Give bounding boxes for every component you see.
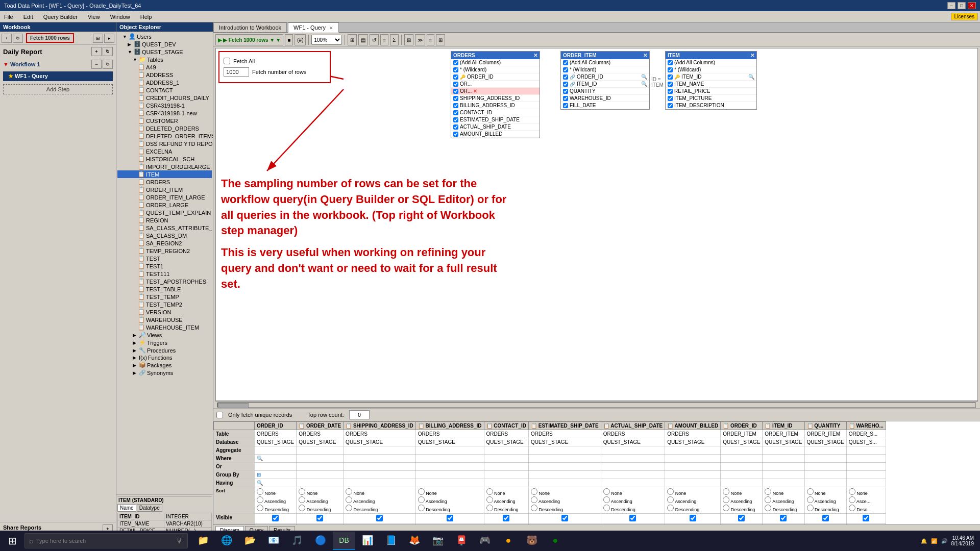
- maximize-btn[interactable]: □: [958, 2, 966, 9]
- orders-contact-id[interactable]: CONTACT_ID: [451, 109, 540, 116]
- filter-btn[interactable]: ⊞: [404, 34, 413, 45]
- tree-table-deleted-order-items[interactable]: 📋DELETED_ORDER_ITEMS: [117, 132, 212, 140]
- tree-table-import[interactable]: 📋IMPORT_ORDERLARGE: [117, 163, 212, 170]
- visible-3[interactable]: [447, 515, 453, 521]
- oi-fill-date[interactable]: FILL_DATE: [561, 102, 649, 109]
- tree-table-order-large[interactable]: 📋ORDER_LARGE: [117, 201, 212, 209]
- tree-packages[interactable]: ▶📦 Packages: [117, 361, 212, 369]
- item-item-name[interactable]: ITEM_NAME: [666, 81, 756, 88]
- tree-table-sa-region2[interactable]: 📋SA_REGION2: [117, 239, 212, 247]
- tree-table-csr1[interactable]: 📋CSR4319198-1: [117, 102, 212, 109]
- tree-table-sa-class-attr[interactable]: 📋SA_CLASS_ATTRIBUTE_: [117, 224, 212, 232]
- list-btn[interactable]: ≡: [427, 34, 435, 45]
- unique-records-checkbox[interactable]: [216, 412, 223, 418]
- tab-close-icon[interactable]: ✕: [329, 26, 333, 31]
- tree-table-address1[interactable]: 📋ADDRESS_1: [117, 79, 212, 86]
- tree-table-address[interactable]: 📋ADDRESS: [117, 71, 212, 79]
- taskbar-green[interactable]: ●: [544, 532, 567, 550]
- order-item-close-btn[interactable]: ✕: [643, 53, 647, 58]
- tree-table-test-apos[interactable]: 📋TEST_APOSTROPHES: [117, 278, 212, 285]
- add-report-btn[interactable]: +: [91, 47, 102, 56]
- minimize-btn[interactable]: –: [947, 2, 955, 9]
- horizontal-scrollbar[interactable]: [215, 401, 978, 408]
- visible-0[interactable]: [272, 515, 279, 521]
- grid-view-btn[interactable]: ⊞: [93, 34, 103, 43]
- oi-order-id[interactable]: 🔗ORDER_ID🔍: [561, 73, 649, 81]
- tab-intro[interactable]: Introduction to Workbook: [213, 22, 287, 32]
- visible-9[interactable]: [780, 515, 787, 521]
- add-step-button[interactable]: Add Step: [3, 84, 113, 94]
- explain-button[interactable]: (#): [295, 34, 306, 45]
- tree-table-test-table[interactable]: 📋TEST_TABLE: [117, 285, 212, 293]
- tree-table-contact[interactable]: 📋CONTACT: [117, 86, 212, 94]
- tree-table-test-temp[interactable]: 📋TEST_TEMP: [117, 293, 212, 300]
- taskbar-bear[interactable]: 🐻: [521, 532, 543, 550]
- oi-quantity[interactable]: QUANTITY: [561, 88, 649, 95]
- item-description[interactable]: ITEM_DESCRIPTION: [666, 102, 756, 109]
- menu-file[interactable]: File: [2, 13, 15, 21]
- visible-6[interactable]: [629, 515, 636, 521]
- taskbar-camera[interactable]: 📷: [427, 532, 449, 550]
- tab-wf1[interactable]: WF1 - Query ✕: [288, 22, 339, 33]
- tree-table-orders[interactable]: 📋ORDERS: [117, 178, 212, 186]
- close-btn[interactable]: ✕: [968, 2, 976, 9]
- zoom-select[interactable]: 100% 75% 125%: [311, 35, 342, 45]
- execute-button[interactable]: ▶ ▶ Fetch 1000 rows ▼ ▼: [215, 34, 283, 45]
- options-btn[interactable]: ▸: [104, 34, 114, 43]
- menu-view[interactable]: View: [86, 13, 102, 21]
- layout-btn[interactable]: ↺: [370, 34, 379, 45]
- oi-add-all[interactable]: (Add All Columns): [561, 59, 649, 66]
- oi-item-id[interactable]: 🔗ITEM_ID🔍: [561, 81, 649, 88]
- tree-table-customer[interactable]: 📋CUSTOMER: [117, 117, 212, 124]
- tree-table-item[interactable]: 📋ITEM: [117, 170, 212, 178]
- add-workflow-btn[interactable]: +: [2, 34, 12, 43]
- visible-8[interactable]: [738, 515, 745, 521]
- tree-procedures[interactable]: ▶🔧 Procedures: [117, 346, 212, 354]
- orders-amount-billed[interactable]: AMOUNT_BILLED: [451, 131, 540, 138]
- fetch-number-input[interactable]: [224, 67, 249, 77]
- visible-7[interactable]: [690, 515, 696, 521]
- item-close-btn[interactable]: ✕: [750, 53, 754, 58]
- refresh-btn[interactable]: ↻: [13, 34, 23, 43]
- taskbar-orange[interactable]: ●: [497, 532, 520, 550]
- tree-table-deleted-orders[interactable]: 📋DELETED_ORDERS: [117, 124, 212, 132]
- oi-warehouse-id[interactable]: WAREHOUSE_ID: [561, 95, 649, 102]
- query-grid[interactable]: ORDER_ID 📋 ORDER_DATE 📋 SHIPPING_ADDRESS…: [213, 421, 980, 524]
- orders-shipping-id[interactable]: SHIPPING_ADDRESS_ID: [451, 95, 540, 102]
- tree-functions[interactable]: ▶f(x) Functions: [117, 354, 212, 361]
- tree-table-a49[interactable]: 📋A49: [117, 63, 212, 71]
- notification-icon[interactable]: 🔔: [921, 538, 927, 544]
- item-picture[interactable]: ITEM_PICTURE: [666, 95, 756, 102]
- tree-item-quest-stage[interactable]: ▼ 🗄️ QUEST_STAGE: [117, 48, 212, 56]
- orders-wildcard[interactable]: * (Wildcard): [451, 66, 540, 73]
- orders-billing-id[interactable]: BILLING_ADDRESS_ID: [451, 102, 540, 109]
- col-btn[interactable]: ≡: [380, 34, 388, 45]
- wf1-query-step[interactable]: ★ WF1 - Query: [3, 71, 113, 81]
- orders-order-date[interactable]: OR...: [451, 81, 540, 88]
- taskbar-word[interactable]: 📘: [380, 532, 402, 550]
- sum-btn[interactable]: Σ: [390, 34, 398, 45]
- taskbar-game[interactable]: 🎮: [474, 532, 496, 550]
- tree-table-temp-region2[interactable]: 📋TEMP_REGION2: [117, 247, 212, 255]
- fetch-all-checkbox[interactable]: [224, 58, 230, 64]
- orders-close-btn[interactable]: ✕: [533, 53, 537, 58]
- tree-table-excelna[interactable]: 📋EXCELNA: [117, 147, 212, 155]
- volume-icon[interactable]: 🔊: [941, 538, 947, 544]
- taskbar-search[interactable]: ⌕ Type here to search 🎙: [24, 533, 188, 548]
- datatype-tab[interactable]: Datatype: [137, 504, 162, 512]
- tree-table-sa-class-dm[interactable]: 📋SA_CLASS_DM: [117, 232, 212, 239]
- refresh-workflow-btn[interactable]: ↻: [103, 60, 113, 69]
- tree-table-order-item-large[interactable]: 📋ORDER_ITEM_LARGE: [117, 193, 212, 201]
- orders-shipping[interactable]: OR...✕: [451, 88, 540, 95]
- tree-table-test111[interactable]: 📋TEST111: [117, 270, 212, 278]
- menu-window[interactable]: Window: [108, 13, 132, 21]
- tree-synonyms[interactable]: ▶🔗 Synonyms: [117, 369, 212, 377]
- taskbar-firefox[interactable]: 🦊: [403, 532, 426, 550]
- orders-actual-ship[interactable]: ACTUAL_SHIP_DATE: [451, 123, 540, 131]
- tree-table-test[interactable]: 📋TEST: [117, 255, 212, 262]
- visible-2[interactable]: [376, 515, 383, 521]
- share-btn[interactable]: ⊞: [436, 34, 445, 45]
- tree-table-warehouse[interactable]: 📋WAREHOUSE: [117, 316, 212, 323]
- tree-table-test1[interactable]: 📋TEST1: [117, 262, 212, 270]
- visible-5[interactable]: [561, 515, 568, 521]
